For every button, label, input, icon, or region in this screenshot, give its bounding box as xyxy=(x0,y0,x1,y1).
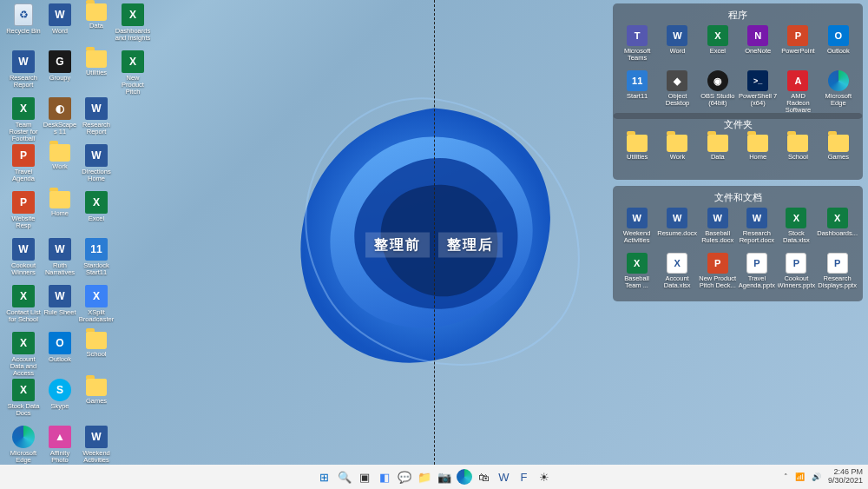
desktop-icon[interactable]: XAccount Data and Access xyxy=(5,332,42,379)
system-tray[interactable]: ˄ 📶 🔊 2:46 PM 9/30/2021 xyxy=(784,468,863,486)
fence-item[interactable]: OOutlook xyxy=(819,25,858,69)
chat-icon[interactable]: 💬 xyxy=(396,468,413,486)
fence-item[interactable]: Utilities xyxy=(618,135,656,175)
label-after: 整理后 xyxy=(438,232,503,257)
excel-icon: X xyxy=(786,208,806,228)
fence-item[interactable]: ◆Object Desktop xyxy=(658,70,696,114)
fence-item[interactable]: Data xyxy=(699,135,737,175)
fence-item[interactable]: XExcel xyxy=(699,25,737,69)
desktop-icon[interactable]: PWebsite Resp xyxy=(5,191,42,238)
search-icon[interactable]: 🔍 xyxy=(336,468,353,486)
tray-date: 9/30/2021 xyxy=(828,477,863,486)
icon-label: Word xyxy=(52,28,68,35)
icon-label: Data xyxy=(89,23,103,30)
fence-item[interactable]: 11Start11 xyxy=(618,70,656,114)
tray-chevron-icon[interactable]: ˄ xyxy=(784,472,788,481)
excel-icon: X xyxy=(707,25,728,46)
fence-item[interactable]: PPowerPoint xyxy=(779,25,817,69)
fence-item[interactable]: WWeekend Activities xyxy=(618,208,655,251)
desktop-icon[interactable]: Work xyxy=(42,144,78,191)
fence-item[interactable]: PTravel Agenda.pptx xyxy=(738,253,775,296)
ppt-paper-icon: P xyxy=(746,253,767,274)
desktop-icon[interactable]: WResearch Report xyxy=(78,97,115,144)
fence-item[interactable]: XBaseball Team ... xyxy=(618,253,655,296)
fence-item[interactable]: WBaseball Rules.docx xyxy=(699,208,736,251)
edge-icon[interactable] xyxy=(456,468,473,486)
item-label: Microsoft Teams xyxy=(618,48,656,62)
fence-item[interactable]: Microsoft Edge xyxy=(819,70,858,114)
desktop-icon[interactable]: XNew Product Pitch xyxy=(115,50,151,97)
fence-item[interactable]: NOneNote xyxy=(739,25,777,69)
desktop-icon[interactable]: XDashboards and Insights xyxy=(115,3,151,50)
desktop-icon[interactable]: WCookout Winners xyxy=(5,238,42,285)
desktop-icon[interactable]: ◐DeskScapes 11 xyxy=(42,97,78,144)
desktop-icon[interactable]: Home xyxy=(42,191,78,238)
desktop-icon[interactable]: GGroupy xyxy=(42,50,78,97)
fence-item[interactable]: XDashboards... xyxy=(817,208,858,251)
ppt-icon: P xyxy=(787,25,808,46)
word-icon: W xyxy=(49,285,71,307)
folder-icon xyxy=(828,135,849,152)
desktop-icon[interactable]: XTeam Roster for Football xyxy=(5,97,42,144)
folder-icon xyxy=(49,191,70,208)
desktop-icon[interactable]: WResearch Report xyxy=(5,50,42,97)
excel-icon: X xyxy=(12,97,35,120)
fence-item[interactable]: Work xyxy=(658,135,696,175)
fence-item[interactable]: WResearch Report.docx xyxy=(738,208,775,251)
desktop-icon[interactable]: WWord xyxy=(42,3,78,50)
fence-item[interactable]: XAccount Data.xlsx xyxy=(657,253,697,296)
desktop-icon[interactable]: XExcel xyxy=(78,191,115,238)
fences-icon[interactable]: F xyxy=(516,468,533,486)
excel-icon: X xyxy=(12,285,35,307)
fence-item[interactable]: TMicrosoft Teams xyxy=(618,25,656,69)
icon-label: Rule Sheet xyxy=(43,309,76,316)
fence-item[interactable]: PCookout Winners.pptx xyxy=(778,253,816,296)
desktop-icon[interactable]: WRuth Narratives xyxy=(42,238,78,285)
fence-item[interactable]: PNew Product Pitch Deck... xyxy=(699,253,736,296)
fence-item[interactable]: School xyxy=(779,135,817,175)
desktop-icon[interactable]: Utilities xyxy=(78,50,115,97)
desktop-icon[interactable]: 11Stardock Start11 xyxy=(78,238,115,285)
fence-item[interactable]: >_PowerShell 7 (x64) xyxy=(739,70,777,114)
fence-item[interactable]: WResume.docx xyxy=(657,208,697,251)
desktop-icon[interactable]: School xyxy=(78,332,115,379)
desktop-icon[interactable]: PTravel Agenda xyxy=(5,144,42,191)
fence-item[interactable]: AAMD Radeon Software xyxy=(779,70,817,114)
fence-item[interactable]: ◉OBS Studio (64bit) xyxy=(699,70,737,114)
desktop-icon[interactable]: SSkype xyxy=(42,379,78,426)
desktop-icons-left: ♻Recycle BinWWordDataXDashboards and Ins… xyxy=(5,3,151,472)
weather-icon[interactable]: ☀ xyxy=(536,468,553,486)
start-icon[interactable]: ⊞ xyxy=(316,468,333,486)
network-icon[interactable]: 📶 xyxy=(795,472,805,481)
item-label: PowerPoint xyxy=(781,48,814,55)
clock[interactable]: 2:46 PM 9/30/2021 xyxy=(828,468,863,486)
volume-icon[interactable]: 🔊 xyxy=(812,472,821,481)
widgets-icon[interactable]: ◧ xyxy=(376,468,393,486)
desktop-icon[interactable]: Data xyxy=(78,3,115,50)
desktop-icon[interactable]: WRule Sheet xyxy=(42,285,78,332)
fence-item[interactable]: PResearch Displays.pptx xyxy=(817,253,858,296)
desktop-icon[interactable]: ♻Recycle Bin xyxy=(5,3,42,50)
taskbar-center: ⊞🔍▣◧💬📁📷🛍WF☀ xyxy=(316,468,553,486)
desktop-icon[interactable]: XContact List for School xyxy=(5,285,42,332)
fence-item[interactable]: Home xyxy=(739,135,777,175)
store-icon[interactable]: 🛍 xyxy=(476,468,493,486)
camera-icon[interactable]: 📷 xyxy=(436,468,453,486)
desktop-icon[interactable]: OOutlook xyxy=(42,332,78,379)
taskview-icon[interactable]: ▣ xyxy=(356,468,373,486)
word-icon: W xyxy=(746,208,767,228)
fence-programs[interactable]: 程序 TMicrosoft TeamsWWordXExcelNOneNotePP… xyxy=(613,3,863,119)
desktop-icon[interactable]: WDirections Home xyxy=(78,144,115,191)
folder-icon xyxy=(86,50,107,68)
fence-item[interactable]: WWord xyxy=(658,25,696,69)
icon-label: New Product Pitch xyxy=(115,75,151,96)
desktop-icon[interactable]: XXSplit Broadcaster xyxy=(78,285,115,332)
explorer-icon[interactable]: 📁 xyxy=(416,468,433,486)
fence-folders[interactable]: 文件夹 UtilitiesWorkDataHomeSchoolGames xyxy=(613,113,863,180)
desktop-icon[interactable]: Games xyxy=(78,379,115,426)
fence-item[interactable]: XStock Data.xlsx xyxy=(778,208,816,251)
fence-item[interactable]: Games xyxy=(819,135,858,175)
fence-docs[interactable]: 文件和文档 WWeekend ActivitiesWResume.docxWBa… xyxy=(613,186,863,301)
word-icon[interactable]: W xyxy=(496,468,513,486)
desktop-icon[interactable]: XStock Data Docs xyxy=(5,379,42,426)
